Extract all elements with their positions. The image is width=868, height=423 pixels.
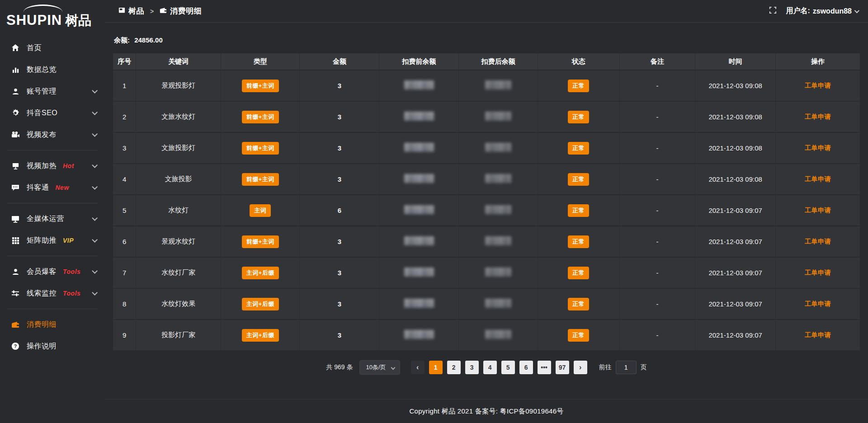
cell-time: 2021-12-03 09:08 bbox=[695, 133, 776, 163]
cell-time: 2021-12-03 09:07 bbox=[695, 258, 776, 288]
cell-status: 正常 bbox=[538, 102, 620, 132]
status-badge: 正常 bbox=[568, 235, 589, 248]
user-menu[interactable]: 用户名: zswodun88 bbox=[786, 6, 858, 16]
type-badge: 主词+后缀 bbox=[242, 298, 279, 310]
sidebar-item-1[interactable]: 数据总览 bbox=[0, 59, 105, 80]
cell-remark: - bbox=[620, 70, 696, 101]
cell-status: 正常 bbox=[538, 226, 620, 257]
sidebar-item-9[interactable]: 会员爆客Tools bbox=[0, 261, 105, 282]
page-button-2[interactable]: 2 bbox=[447, 361, 461, 374]
sidebar-item-label: 抖客通 bbox=[27, 183, 49, 193]
cell-type: 主词 bbox=[221, 195, 300, 226]
cell-status: 正常 bbox=[538, 164, 620, 194]
cell-keyword: 投影灯厂家 bbox=[136, 320, 221, 350]
sidebar-item-label: 数据总览 bbox=[27, 65, 57, 75]
cell-keyword: 景观水纹灯 bbox=[136, 226, 221, 257]
fullscreen-icon[interactable] bbox=[769, 6, 777, 16]
page-button-1[interactable]: 1 bbox=[429, 361, 443, 374]
next-page-button[interactable]: › bbox=[574, 361, 587, 374]
screen-stand-icon bbox=[11, 161, 20, 170]
username-value: zswodun88 bbox=[813, 7, 852, 15]
cell-amount: 3 bbox=[300, 226, 379, 257]
sidebar-item-2[interactable]: 账号管理 bbox=[0, 80, 105, 102]
cell-remark: - bbox=[620, 289, 696, 319]
sidebar-item-label: 操作说明 bbox=[27, 342, 57, 351]
sidebar-item-4[interactable]: 视频发布 bbox=[0, 124, 105, 146]
page-button-6[interactable]: 6 bbox=[519, 361, 533, 374]
table-row: 4文旅投影前缀+主词3正常-2021-12-03 09:08工单申请 bbox=[113, 164, 860, 194]
grid-icon bbox=[11, 236, 20, 245]
sidebar-item-7[interactable]: 全媒体运营 bbox=[0, 208, 105, 230]
status-badge: 正常 bbox=[568, 298, 589, 310]
sidebar-item-6[interactable]: 抖客通New bbox=[0, 177, 105, 198]
breadcrumb-item-home[interactable]: 树品 bbox=[118, 6, 144, 16]
cell-keyword: 文旅水纹灯 bbox=[136, 102, 221, 132]
column-header: 类型 bbox=[221, 53, 300, 70]
cell-remark: - bbox=[620, 226, 696, 257]
sidebar-item-5[interactable]: 视频加热Hot bbox=[0, 155, 105, 177]
goto-page-input[interactable] bbox=[616, 361, 637, 374]
chevron-down-icon bbox=[92, 268, 98, 274]
status-badge: 正常 bbox=[568, 267, 589, 279]
cell-index: 6 bbox=[113, 226, 136, 257]
work-order-link[interactable]: 工单申请 bbox=[805, 82, 831, 89]
sidebar-item-label: 账号管理 bbox=[27, 87, 57, 96]
type-badge: 主词+后缀 bbox=[242, 329, 279, 342]
cell-time: 2021-12-03 09:08 bbox=[695, 164, 776, 194]
work-order-link[interactable]: 工单申请 bbox=[805, 269, 831, 276]
breadcrumb: 树品 > 消费明细 bbox=[118, 6, 202, 16]
cell-index: 5 bbox=[113, 195, 136, 226]
sidebar-item-12[interactable]: ?操作说明 bbox=[0, 335, 105, 357]
content-area: 余额: 24856.00 序号关键词类型金额扣费前余额扣费后余额状态备注时间操作… bbox=[105, 23, 868, 399]
wallet-icon bbox=[160, 7, 167, 15]
breadcrumb-item-current[interactable]: 消费明细 bbox=[160, 6, 202, 16]
cell-time: 2021-12-03 09:07 bbox=[695, 195, 776, 226]
cell-index: 8 bbox=[113, 289, 136, 319]
cell-action: 工单申请 bbox=[776, 226, 860, 257]
work-order-link[interactable]: 工单申请 bbox=[805, 113, 831, 120]
table-row: 6景观水纹灯前缀+主词3正常-2021-12-03 09:07工单申请 bbox=[113, 226, 860, 257]
sidebar-item-11[interactable]: 消费明细 bbox=[0, 314, 105, 335]
question-circle-icon: ? bbox=[11, 342, 20, 351]
chat-bubble-icon bbox=[11, 183, 20, 192]
sliders-icon bbox=[11, 289, 20, 298]
sidebar-item-3[interactable]: 抖音SEO bbox=[0, 102, 105, 124]
page-size-select[interactable]: 10条/页 bbox=[359, 360, 400, 375]
work-order-link[interactable]: 工单申请 bbox=[805, 238, 831, 245]
work-order-link[interactable]: 工单申请 bbox=[805, 175, 831, 183]
bar-chart-icon bbox=[11, 65, 20, 74]
work-order-link[interactable]: 工单申请 bbox=[805, 331, 831, 338]
sidebar-item-label: 抖音SEO bbox=[27, 108, 57, 118]
cell-status: 正常 bbox=[538, 320, 620, 350]
cell-keyword: 文旅投影 bbox=[136, 164, 221, 194]
goto-suffix: 页 bbox=[641, 363, 647, 371]
cell-amount: 3 bbox=[300, 133, 379, 163]
cell-keyword: 水纹灯效果 bbox=[136, 289, 221, 319]
sidebar-item-8[interactable]: 矩阵助推VIP bbox=[0, 230, 105, 251]
cell-keyword: 文旅投影灯 bbox=[136, 133, 221, 163]
prev-page-button[interactable]: ‹ bbox=[411, 361, 425, 374]
page-ellipsis-button[interactable]: ••• bbox=[538, 361, 551, 374]
svg-text:?: ? bbox=[14, 343, 17, 349]
work-order-link[interactable]: 工单申请 bbox=[805, 300, 831, 307]
table-header-row: 序号关键词类型金额扣费前余额扣费后余额状态备注时间操作 bbox=[113, 53, 860, 70]
sidebar-item-badge: VIP bbox=[63, 237, 74, 244]
cell-action: 工单申请 bbox=[776, 164, 860, 194]
cell-type: 主词+后缀 bbox=[221, 289, 300, 319]
cell-amount: 3 bbox=[300, 320, 379, 350]
sidebar-item-0[interactable]: 首页 bbox=[0, 37, 105, 59]
work-order-link[interactable]: 工单申请 bbox=[805, 207, 831, 214]
sidebar-item-10[interactable]: 线索监控Tools bbox=[0, 282, 105, 304]
cell-balance-before bbox=[379, 226, 459, 257]
work-order-link[interactable]: 工单申请 bbox=[805, 144, 831, 151]
page-button-5[interactable]: 5 bbox=[501, 361, 515, 374]
page-button-4[interactable]: 4 bbox=[483, 361, 497, 374]
cell-index: 4 bbox=[113, 164, 136, 194]
chevron-down-icon bbox=[92, 88, 98, 94]
page-button-3[interactable]: 3 bbox=[465, 361, 479, 374]
page-button-97[interactable]: 97 bbox=[556, 361, 569, 374]
sidebar-item-badge: Tools bbox=[63, 290, 80, 297]
app-icon bbox=[118, 7, 125, 15]
cell-amount: 3 bbox=[300, 164, 379, 194]
cell-balance-after bbox=[459, 258, 538, 288]
